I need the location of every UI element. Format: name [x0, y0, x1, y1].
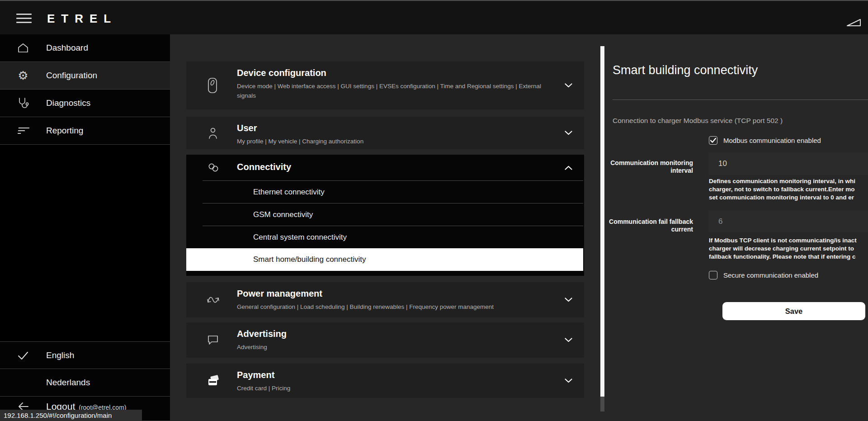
section-subtitle: Advertising [237, 342, 267, 352]
user-icon [207, 127, 219, 139]
connectivity-item-ethernet[interactable]: Ethernet connectivity [203, 180, 583, 203]
section-subtitle: Credit card | Pricing [237, 383, 290, 393]
language-item-english[interactable]: English [0, 341, 170, 369]
communication-monitoring-interval-help: Defines communication monitoring interva… [709, 177, 868, 202]
secure-checkbox-label: Secure communication enabled [723, 271, 818, 279]
connectivity-item-central-system[interactable]: Central system connectivity [203, 226, 583, 248]
section-user[interactable]: User My profile | My vehicle | Charging … [186, 117, 584, 149]
language-label: English [46, 350, 74, 360]
sidebar-item-label: Configuration [46, 71, 97, 80]
section-title: Device configuration [237, 68, 326, 78]
menu-icon[interactable] [16, 14, 32, 24]
communication-fail-fallback-current-help: If Modbus TCP client is not communicatin… [709, 237, 868, 261]
panel-divider [613, 99, 868, 100]
chevron-down-icon[interactable] [565, 338, 572, 342]
app-window: ETREL Dashboard ⚙ Configuration Diag [0, 0, 868, 421]
section-connectivity: Connectivity Ethernet connectivity GSM c… [186, 155, 584, 276]
section-title: Power management [237, 289, 322, 299]
report-icon [15, 127, 31, 135]
section-device-configuration[interactable]: Device configuration Device mode | Web i… [186, 61, 584, 109]
check-icon [15, 350, 31, 360]
section-title: User [237, 123, 257, 133]
secure-communication-checkbox-row[interactable]: Secure communication enabled [709, 271, 818, 279]
secure-communication-checkbox[interactable] [709, 271, 717, 279]
section-power-management[interactable]: Power management General configuration |… [186, 282, 584, 317]
link-icon [207, 162, 220, 173]
home-icon [15, 43, 31, 53]
communication-monitoring-interval-input[interactable]: 10 [708, 152, 868, 175]
section-advertising[interactable]: Advertising Advertising [186, 322, 584, 358]
modbus-checkbox-label: Modbus communication enabled [723, 137, 821, 144]
section-title: Advertising [237, 329, 287, 339]
top-bar: ETREL [0, 0, 868, 34]
etrel-logo: ETREL [47, 12, 117, 26]
url-status-tooltip: 192.168.1.250/#!/configuration/main [0, 410, 142, 421]
section-title: Connectivity [237, 162, 291, 172]
save-button[interactable]: Save [722, 302, 865, 320]
stethoscope-icon [15, 97, 31, 109]
panel-title: Smart building connectivity [613, 63, 758, 77]
sidebar-item-dashboard[interactable]: Dashboard [0, 34, 170, 62]
gear-icon: ⚙ [15, 70, 31, 81]
sidebar-item-label: Dashboard [46, 43, 88, 53]
modbus-communication-checkbox-row[interactable]: Modbus communication enabled [709, 136, 821, 145]
sidebar: Dashboard ⚙ Configuration Diagnostics [0, 34, 170, 421]
wave-icon [207, 295, 220, 305]
sidebar-item-configuration[interactable]: ⚙ Configuration [0, 62, 170, 90]
sidebar-item-diagnostics[interactable]: Diagnostics [0, 90, 170, 117]
sidebar-bottom: English Nederlands Logout (root@etrel.co… [0, 341, 170, 421]
chat-bubble-icon [207, 335, 219, 345]
section-subtitle: General configuration | Load scheduling … [237, 302, 494, 312]
section-payment[interactable]: Payment Credit card | Pricing [186, 364, 584, 398]
section-subtitle: My profile | My vehicle | Charging autho… [237, 137, 363, 146]
language-item-nederlands[interactable]: Nederlands [0, 369, 170, 397]
section-subtitle: Device mode | Web interface access | GUI… [237, 81, 553, 100]
chevron-up-icon[interactable] [565, 166, 572, 170]
language-label: Nederlands [46, 378, 90, 388]
communication-fail-fallback-current-label: Communication fail fallback current [603, 218, 693, 233]
sidebar-item-label: Diagnostics [46, 98, 90, 108]
panel-subtitle: Connection to charger Modbus service (TC… [613, 117, 783, 125]
modbus-communication-checkbox[interactable] [709, 136, 717, 145]
connectivity-item-gsm[interactable]: GSM connectivity [203, 203, 583, 226]
signal-triangle-icon[interactable] [846, 18, 862, 27]
sidebar-item-label: Reporting [46, 126, 83, 136]
section-title: Payment [237, 370, 274, 380]
communication-fail-fallback-current-input[interactable]: 6 [708, 211, 868, 232]
chevron-down-icon[interactable] [565, 83, 572, 88]
sidebar-item-reporting[interactable]: Reporting [0, 117, 170, 145]
connectivity-item-smart-home-building[interactable]: Smart home/building connectivity [186, 248, 583, 271]
chevron-down-icon[interactable] [565, 298, 572, 302]
communication-monitoring-interval-label: Communication monitoring interval [603, 159, 693, 175]
credit-card-icon [207, 375, 220, 387]
device-icon [207, 77, 218, 94]
chevron-down-icon[interactable] [565, 131, 572, 135]
connectivity-header[interactable]: Connectivity [186, 155, 584, 180]
chevron-down-icon[interactable] [565, 378, 572, 383]
scrollbar-track-remainder [600, 397, 604, 412]
